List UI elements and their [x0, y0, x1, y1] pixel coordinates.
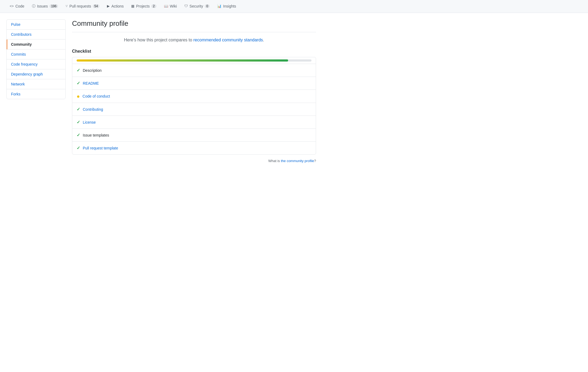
checklist-label-issue-templates: Issue templates	[83, 133, 109, 137]
check-icon-readme: ✓	[77, 81, 80, 86]
check-icon-pull-request-template: ✓	[77, 145, 80, 151]
checklist-link-readme[interactable]: README	[83, 81, 99, 85]
nav-label-code: Code	[15, 4, 24, 8]
title-divider	[72, 32, 316, 32]
checklist-link-license[interactable]: License	[83, 120, 96, 124]
checklist-progress-row	[72, 57, 316, 64]
subtitle-end: .	[263, 38, 264, 42]
checklist: ✓ Description ✓ README ● Code of conduct…	[72, 57, 316, 155]
checklist-item-code-of-conduct: ● Code of conduct	[72, 90, 316, 103]
pull-requests-icon: ⑂	[66, 4, 68, 8]
sidebar: Pulse Contributors Community Commits Cod…	[6, 19, 66, 99]
footer-end: ?	[314, 159, 316, 163]
nav-label-security: Security	[189, 4, 203, 8]
checklist-label-description: Description	[83, 68, 102, 73]
checklist-link-pull-request-template[interactable]: Pull request template	[83, 146, 118, 150]
sidebar-item-pulse[interactable]: Pulse	[7, 20, 65, 30]
sidebar-item-commits[interactable]: Commits	[7, 49, 65, 59]
top-nav: <> Code ⓘ Issues 196 ⑂ Pull requests 54 …	[0, 0, 588, 13]
dot-icon-code-of-conduct: ●	[77, 94, 80, 99]
footer: What is the community profile?	[72, 159, 316, 163]
subtitle-text: Here's how this project compares to	[124, 38, 192, 42]
checklist-title: Checklist	[72, 49, 316, 54]
checklist-item-issue-templates: ✓ Issue templates	[72, 128, 316, 141]
nav-item-insights[interactable]: 📊 Insights	[214, 2, 239, 11]
check-icon-description: ✓	[77, 68, 80, 73]
nav-item-projects[interactable]: ▦ Projects 2	[128, 2, 159, 11]
checklist-link-contributing[interactable]: Contributing	[83, 107, 103, 112]
wiki-icon: 📖	[164, 4, 168, 8]
check-icon-contributing: ✓	[77, 107, 80, 112]
insights-icon: 📊	[217, 4, 221, 8]
projects-icon: ▦	[131, 4, 134, 8]
security-icon: 🛡	[184, 4, 188, 8]
subtitle: Here's how this project compares to reco…	[72, 38, 316, 42]
nav-item-pull-requests[interactable]: ⑂ Pull requests 54	[62, 2, 103, 11]
nav-item-actions[interactable]: ▶ Actions	[104, 2, 127, 11]
nav-item-wiki[interactable]: 📖 Wiki	[161, 2, 180, 11]
nav-label-wiki: Wiki	[170, 4, 177, 8]
nav-label-insights: Insights	[223, 4, 236, 8]
nav-label-issues: Issues	[37, 4, 48, 8]
subtitle-link[interactable]: recommended community standards	[193, 38, 263, 42]
check-icon-issue-templates: ✓	[77, 133, 80, 138]
security-badge: 0	[205, 4, 210, 8]
checklist-item-description: ✓ Description	[72, 64, 316, 77]
progress-bar-fill	[77, 59, 288, 62]
actions-icon: ▶	[107, 4, 110, 8]
sidebar-item-contributors[interactable]: Contributors	[7, 30, 65, 40]
checklist-item-readme: ✓ README	[72, 77, 316, 90]
sidebar-item-dependency-graph[interactable]: Dependency graph	[7, 69, 65, 79]
checklist-item-pull-request-template: ✓ Pull request template	[72, 141, 316, 154]
nav-label-projects: Projects	[136, 4, 150, 8]
layout: Pulse Contributors Community Commits Cod…	[0, 13, 322, 169]
nav-item-issues[interactable]: ⓘ Issues 196	[29, 2, 62, 11]
issues-badge: 196	[49, 4, 58, 8]
issues-icon: ⓘ	[32, 4, 35, 9]
footer-text: What is	[268, 159, 280, 163]
sidebar-item-community[interactable]: Community	[7, 40, 65, 49]
checklist-item-contributing: ✓ Contributing	[72, 103, 316, 116]
progress-bar-container	[77, 59, 311, 62]
sidebar-item-network[interactable]: Network	[7, 79, 65, 89]
nav-label-actions: Actions	[111, 4, 124, 8]
main-content: Community profile Here's how this projec…	[72, 19, 316, 163]
code-icon: <>	[10, 4, 14, 8]
nav-item-security[interactable]: 🛡 Security 0	[181, 2, 213, 11]
checklist-item-license: ✓ License	[72, 116, 316, 128]
checklist-link-code-of-conduct[interactable]: Code of conduct	[83, 94, 110, 98]
pull-requests-badge: 54	[93, 4, 99, 8]
page-title: Community profile	[72, 19, 316, 28]
sidebar-item-code-frequency[interactable]: Code frequency	[7, 59, 65, 69]
sidebar-item-forks[interactable]: Forks	[7, 89, 65, 99]
nav-item-code[interactable]: <> Code	[6, 2, 28, 11]
check-icon-license: ✓	[77, 120, 80, 125]
projects-badge: 2	[151, 4, 156, 8]
nav-label-pull-requests: Pull requests	[69, 4, 91, 8]
footer-link[interactable]: the community profile	[281, 159, 314, 163]
